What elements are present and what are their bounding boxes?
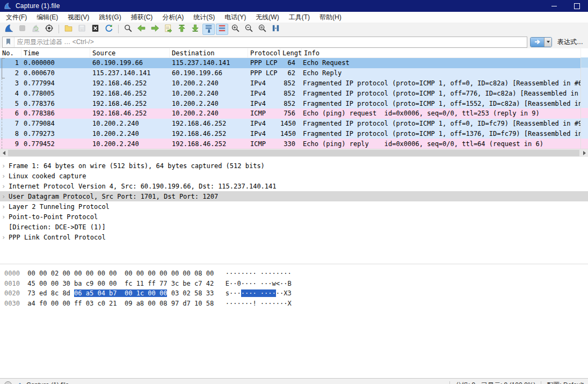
menu-item-help[interactable]: 帮助(H)	[315, 12, 346, 23]
packet-5-length: 852	[280, 100, 302, 107]
menu-item-view[interactable]: 视图(V)	[63, 12, 94, 23]
capture-options-button[interactable]	[43, 24, 55, 35]
zoom-in-button[interactable]	[229, 24, 242, 35]
reload-file-button[interactable]	[103, 24, 115, 35]
menu-item-go[interactable]: 跳转(G)	[94, 12, 126, 23]
zoom-out-button[interactable]	[243, 24, 255, 35]
status-separator	[541, 381, 541, 384]
resize-columns-button[interactable]	[270, 24, 282, 35]
filter-bookmark-button[interactable]	[3, 37, 14, 47]
packet-row-5[interactable]: 50.778376192.168.46.25210.200.2.240IPv48…	[0, 98, 581, 108]
packet-8-source: 10.200.2.240	[90, 130, 170, 137]
column-header-protocol[interactable]: Protocol	[248, 48, 280, 57]
packet-row-7[interactable]: 70.77908410.200.2.240192.168.46.252IPv41…	[0, 119, 581, 129]
packet-row-4[interactable]: 40.778005192.168.46.25210.200.2.240IPv48…	[0, 88, 581, 98]
detail-line-8[interactable]: ›PPP Link Control Protocol	[0, 232, 588, 242]
packet-9-protocol: ICMP	[248, 140, 280, 148]
close-file-button[interactable]	[89, 24, 101, 35]
packet-row-6[interactable]: 60.778386192.168.46.25210.200.2.240ICMP7…	[0, 108, 581, 119]
expander-icon[interactable]: ›	[2, 183, 9, 190]
column-header-time[interactable]: Time	[21, 48, 90, 57]
packet-row-8[interactable]: 80.77927310.200.2.240192.168.46.252IPv41…	[0, 129, 581, 139]
menu-item-telephony[interactable]: 电话(Y)	[220, 12, 251, 23]
go-forward-button[interactable]	[149, 24, 161, 35]
expander-icon[interactable]: ›	[2, 162, 9, 170]
packet-7-protocol: IPv4	[248, 120, 280, 127]
horizontal-scrollbar[interactable]	[0, 149, 588, 157]
auto-scroll-icon	[204, 24, 213, 34]
menu-item-wireless[interactable]: 无线(W)	[251, 12, 284, 23]
find-packet-button[interactable]	[122, 24, 134, 35]
detail-line-4[interactable]: ›User Datagram Protocol, Src Port: 1701,…	[0, 191, 588, 201]
packet-row-3[interactable]: 30.777994192.168.46.25210.200.2.240IPv48…	[0, 78, 581, 89]
packet-9-destination: 192.168.46.252	[170, 140, 248, 148]
menu-item-edit[interactable]: 编辑(E)	[32, 12, 63, 23]
hex-row-0020[interactable]: 0020 73 ed 8c 8d 06 a5 04 b7 00 1c 00 00…	[4, 288, 588, 299]
start-capture-button[interactable]	[3, 24, 15, 35]
packet-row-2[interactable]: 20.000670115.237.140.14160.190.199.66PPP…	[0, 68, 581, 78]
scrollbar-thumb[interactable]	[8, 150, 579, 156]
packet-minimap-scrollbar[interactable]	[580, 57, 588, 149]
hex-row-0030[interactable]: 0030 a4 f0 00 00 ff 03 c0 21 09 a8 00 08…	[4, 299, 588, 309]
display-filter-input[interactable]	[14, 37, 527, 47]
hex-bytes	[214, 289, 226, 297]
column-header-destination[interactable]: Destination	[170, 48, 248, 57]
hex-row-0000[interactable]: 0000 00 00 02 00 00 00 00 00 00 00 00 00…	[4, 269, 588, 279]
go-back-button[interactable]	[135, 24, 148, 35]
detail-line-text: User Datagram Protocol, Src Port: 1701, …	[9, 193, 218, 200]
packet-1-time: 0.000000	[21, 59, 90, 67]
auto-scroll-button[interactable]	[202, 24, 215, 35]
detail-line-2[interactable]: ›Linux cooked capture	[0, 171, 588, 181]
detail-line-6[interactable]: ›Point-to-Point Protocol	[0, 212, 588, 222]
go-to-packet-button[interactable]	[162, 24, 175, 35]
colorize-button[interactable]	[216, 24, 228, 35]
scroll-right-button[interactable]	[580, 149, 588, 157]
conversation-marker	[2, 88, 5, 98]
menu-item-capture[interactable]: 捕获(C)	[126, 12, 158, 23]
packet-1-source: 60.190.199.66	[90, 59, 170, 67]
menu-item-tools[interactable]: 工具(T)	[284, 12, 315, 23]
detail-line-1[interactable]: ›Frame 1: 64 bytes on wire (512 bits), 6…	[0, 161, 588, 171]
expert-info-icon[interactable]	[4, 381, 12, 384]
hex-row-0010[interactable]: 0010 45 00 00 30 ba c9 00 00 fc 11 ff 77…	[4, 279, 588, 289]
menu-item-file[interactable]: 文件(F)	[1, 12, 32, 23]
bookmark-icon	[6, 39, 11, 45]
zoom-100-button[interactable]	[256, 24, 268, 35]
hex-bytes	[214, 270, 226, 277]
packet-row-9[interactable]: 90.77945210.200.2.240192.168.46.252ICMP3…	[0, 139, 581, 149]
menu-item-statistics[interactable]: 统计(S)	[188, 12, 220, 23]
expander-icon[interactable]: ›	[2, 203, 9, 211]
expander-icon[interactable]: ›	[2, 213, 9, 221]
detail-line-text: Point-to-Point Protocol	[9, 213, 98, 221]
column-header-no[interactable]: No.	[0, 48, 21, 57]
expression-button[interactable]: 表达式…	[555, 38, 586, 47]
expander-icon[interactable]: ›	[2, 172, 9, 180]
column-header-info[interactable]: Info	[302, 48, 581, 57]
open-file-button[interactable]	[62, 24, 75, 35]
detail-line-3[interactable]: ›Internet Protocol Version 4, Src: 60.19…	[0, 181, 588, 191]
minimize-button[interactable]	[543, 0, 565, 12]
detail-line-5[interactable]: ›Layer 2 Tunneling Protocol	[0, 201, 588, 212]
status-profile[interactable]: 配置: Default	[547, 381, 584, 384]
status-bar: Capture (1).file 分组: 9 · 已显示: 9 (100.0%)…	[0, 378, 588, 384]
column-header-source[interactable]: Source	[90, 48, 170, 57]
column-header-length[interactable]: Length	[280, 48, 302, 57]
go-last-button[interactable]	[189, 24, 201, 35]
maximize-button[interactable]	[565, 0, 588, 12]
go-first-button[interactable]	[176, 24, 188, 35]
hex-offset: 0010	[4, 280, 20, 287]
menu-item-analyze[interactable]: 分析(A)	[157, 12, 188, 23]
capture-comment-icon[interactable]	[16, 382, 23, 384]
packet-7-info: Fragmented IP protocol (proto=ICMP 1, of…	[302, 120, 581, 127]
expander-icon[interactable]: ›	[2, 234, 9, 241]
filter-history-dropdown[interactable]	[544, 38, 551, 47]
minimap-band	[581, 78, 588, 88]
packet-5-source: 192.168.46.252	[90, 100, 170, 107]
scroll-left-button[interactable]	[0, 149, 8, 157]
hex-gap	[20, 280, 27, 287]
packet-row-1[interactable]: 10.00000060.190.199.66115.237.140.141PPP…	[0, 58, 581, 68]
apply-filter-button[interactable]	[531, 38, 544, 47]
detail-line-7[interactable]: [Direction: DCE->DTE (1)]	[0, 222, 588, 232]
hex-offset: 0000	[4, 270, 20, 277]
expander-icon[interactable]: ›	[2, 193, 9, 200]
